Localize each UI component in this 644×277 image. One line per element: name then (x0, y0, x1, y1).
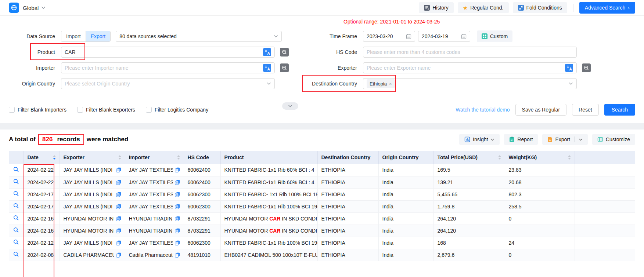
chevron-down-icon[interactable] (579, 138, 583, 141)
app-logo[interactable] (9, 3, 19, 13)
calendar-icon (406, 34, 411, 39)
end-date-value[interactable] (422, 33, 459, 39)
copy-button[interactable] (175, 240, 180, 245)
customize-button[interactable]: Customize (592, 134, 635, 145)
region-selector-label[interactable]: Global (23, 5, 39, 11)
row-detail-button[interactable] (13, 239, 19, 245)
checkbox-icon[interactable] (146, 107, 152, 113)
start-date-input[interactable] (363, 31, 415, 42)
row-detail-button[interactable] (13, 251, 19, 257)
exporter-value[interactable] (367, 65, 563, 71)
column-header-date[interactable]: Date (24, 151, 60, 164)
column-header-weight[interactable]: Weight(KG) (505, 151, 575, 164)
translate-icon[interactable]: A (565, 64, 573, 72)
filter-checkbox[interactable]: Filter Blank Importers (9, 107, 66, 113)
reset-button[interactable]: Reset (572, 104, 599, 116)
sort-icon[interactable] (53, 155, 56, 160)
history-button[interactable]: History (419, 2, 454, 13)
chevron-down-icon[interactable] (41, 6, 46, 9)
exporter-input[interactable]: A (363, 62, 577, 73)
search-button[interactable]: Search (604, 104, 635, 116)
copy-button[interactable] (175, 252, 180, 258)
cell-destination-country: ETHIOPIA (317, 164, 378, 176)
translate-icon[interactable]: A (263, 64, 271, 72)
exclude-search-icon[interactable] (280, 48, 289, 57)
fold-conditions-button[interactable]: Fold Conditions (513, 2, 567, 13)
copy-icon (116, 252, 121, 258)
insight-button[interactable]: Insight (459, 134, 500, 145)
advanced-search-button[interactable]: Advanced Search › (579, 2, 635, 14)
product-input[interactable]: A (61, 47, 275, 58)
row-detail-button[interactable] (13, 215, 19, 221)
copy-button[interactable] (116, 180, 121, 185)
export-segment[interactable]: Export (86, 31, 110, 41)
hs-code-value[interactable] (367, 49, 573, 55)
sort-icon[interactable] (118, 155, 121, 160)
data-sources-select[interactable]: 80 data sources selected (116, 31, 282, 42)
cell-origin-country: India (378, 237, 433, 249)
copy-button[interactable] (116, 167, 121, 172)
cell-destination-country: ETHIOPIA (317, 237, 378, 249)
save-as-regular-button[interactable]: Save as Regular (515, 104, 567, 116)
sort-icon[interactable] (498, 155, 501, 160)
exclude-search-icon[interactable] (582, 63, 591, 72)
copy-button[interactable] (116, 204, 121, 209)
importer-input[interactable]: A (61, 62, 275, 73)
row-detail-button[interactable] (13, 179, 19, 185)
column-header-total_price[interactable]: Total Price(USD) (433, 151, 505, 164)
cell-date: 2024-02-08 (24, 249, 60, 261)
report-button[interactable]: Report (504, 134, 538, 145)
row-detail-button[interactable] (13, 227, 19, 233)
column-label: Origin Country (382, 154, 419, 160)
copy-button[interactable] (175, 180, 180, 185)
copy-button[interactable] (116, 252, 121, 258)
export-button[interactable]: Export (542, 134, 587, 145)
translate-icon[interactable]: A (263, 48, 271, 56)
end-date-input[interactable] (418, 31, 470, 42)
column-header-importer[interactable]: Importer (125, 151, 184, 164)
column-label: Destination Country (321, 154, 371, 160)
checkbox-icon[interactable] (77, 107, 83, 113)
column-header-exporter[interactable]: Exporter (60, 151, 125, 164)
copy-button[interactable] (116, 192, 121, 197)
sort-icon[interactable] (568, 155, 571, 160)
report-label: Report (517, 136, 533, 142)
column-label: Weight(KG) (509, 154, 537, 160)
row-detail-button[interactable] (13, 203, 19, 209)
checkbox-icon[interactable] (9, 107, 15, 113)
origin-country-select[interactable]: Please select Origin Country (61, 78, 275, 89)
tutorial-link[interactable]: Watch the tutorial demo (456, 107, 510, 113)
import-segment[interactable]: Import (61, 31, 86, 41)
close-icon[interactable]: × (389, 81, 392, 87)
filter-checkbox[interactable]: Filter Logitics Company (146, 107, 208, 113)
hs-code-input[interactable] (363, 47, 577, 58)
exclude-search-icon[interactable] (280, 63, 289, 72)
destination-country-select[interactable]: Ethiopia × (363, 78, 577, 89)
collapse-conditions-handle[interactable] (282, 102, 298, 110)
regular-cond-button[interactable]: ★ Regular Cond. (458, 2, 509, 13)
chevron-down-icon (274, 35, 278, 38)
copy-button[interactable] (175, 216, 180, 221)
start-date-value[interactable] (367, 33, 404, 39)
sort-icon[interactable] (177, 155, 180, 160)
copy-button[interactable] (175, 228, 180, 233)
custom-range-label: Custom (490, 33, 508, 39)
copy-button[interactable] (116, 240, 121, 245)
row-detail-button[interactable] (13, 167, 19, 172)
magnifier-icon (13, 203, 19, 209)
copy-button[interactable] (116, 228, 121, 233)
cell-product: HYUNDAI MOTOR CAR IN SKD CONDITI (220, 212, 317, 225)
importer-value[interactable] (65, 65, 261, 71)
product-value[interactable] (65, 49, 261, 55)
custom-range-button[interactable]: Custom (477, 30, 512, 42)
cell-exporter: CADILA PHARMACEUT (60, 249, 125, 261)
row-detail-button[interactable] (13, 191, 19, 197)
copy-button[interactable] (175, 192, 180, 197)
copy-button[interactable] (175, 167, 180, 172)
filter-checkbox[interactable]: Filter Blank Exporters (77, 107, 135, 113)
copy-button[interactable] (175, 204, 180, 209)
copy-button[interactable] (116, 216, 121, 221)
copy-icon (175, 180, 180, 185)
copy-icon (116, 180, 121, 185)
summary-suffix: were matched (87, 136, 128, 143)
